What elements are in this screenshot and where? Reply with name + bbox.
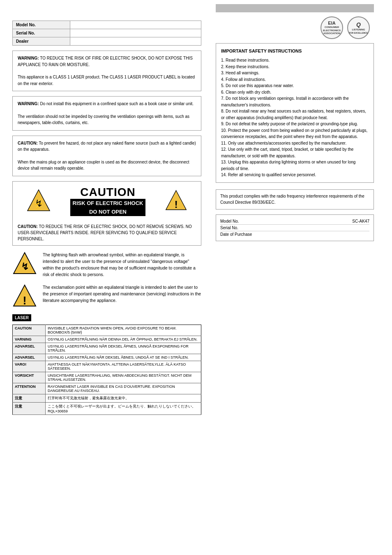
table-key: Dealer <box>13 37 70 46</box>
top-gray-bar <box>216 4 374 12</box>
svg-text:↯: ↯ <box>35 198 43 208</box>
laser-key: ATTENTION <box>13 383 46 394</box>
svg-text:!: ! <box>23 295 27 307</box>
purchase-date-line: Date of Purchase <box>220 231 369 237</box>
laser-key: ADVARSEL <box>13 343 46 354</box>
caution-inner: ⚡ ↯ CAUTION RISK OF ELECTRIC SHOCK DO NO… <box>13 182 201 220</box>
purchase-date-label: Date of Purchase <box>220 232 252 237</box>
laser-table-row: VARNING OSYNLIG LASERSTRÅLNING NÄR DENNA… <box>13 336 201 343</box>
laser-key: ADVARSEL <box>13 354 46 361</box>
table-value <box>70 21 201 29</box>
caution-body: TO REDUCE THE RISK OF ELECTRIC SHOCK, DO… <box>18 224 192 241</box>
eia-logo: EIA CONSUMER ELECTRONICS ASSOCIATION <box>321 16 343 39</box>
warning-text-2b: The ventilation should not be impeded by… <box>18 113 196 126</box>
model-serial-box: Model No. SC-AK47 Serial No. Date of Pur… <box>216 214 374 241</box>
laser-key: VARNING <box>13 336 46 343</box>
serial-value <box>368 226 369 230</box>
laser-table-row: VORSICHT UNSICHTBARE LASERSTRAHLUNG, WEN… <box>13 372 201 383</box>
svg-text:!: ! <box>174 199 178 210</box>
laser-header-label: LASER <box>12 314 31 321</box>
laser-value: INVISIBLE LASER RADIATION WHEN OPEN, AVO… <box>46 325 201 336</box>
lightning-symbol-section: ↯ The lightning flash with arrowhead sym… <box>12 251 201 278</box>
exclaim-symbol-text: The exclamation point within an equilate… <box>43 284 201 304</box>
laser-key: VARO! <box>13 361 46 372</box>
safety-instructions-text: 1. Read these instructions. 2. Keep thes… <box>221 57 369 178</box>
caution-text-area: CAUTION: TO REDUCE THE RISK OF ELECTRIC … <box>13 220 201 245</box>
risk-line-1: RISK OF ELECTRIC SHOCK <box>70 199 146 207</box>
serial-line: Serial No. <box>220 225 369 231</box>
exclaim-symbol-icon: ! <box>12 284 37 309</box>
laser-table-row: VARO! AVATTAESSA OLET NÄKYMATONTA. ALTTE… <box>13 361 201 372</box>
logos-row: EIA CONSUMER ELECTRONICS ASSOCIATION Q L… <box>216 16 374 39</box>
lightning-symbol-icon: ↯ <box>12 251 37 276</box>
table-key: Serial No. <box>13 29 70 37</box>
warning-text-1b: This appliance is a CLASS 1 LASER produc… <box>18 74 196 87</box>
lightning-symbol-text: The lightning flash with arrowhead symbo… <box>43 251 201 278</box>
risk-line-2: DO NOT OPEN <box>70 207 146 216</box>
caution-label: CAUTION: <box>18 224 38 229</box>
laser-key: CAUTION <box>13 325 46 336</box>
laser-value: USYNLIG LASERSTRÅLNING NÅR DEKSEL ÅPNES,… <box>46 343 201 354</box>
laser-table-row: CAUTION INVISIBLE LASER RADIATION WHEN O… <box>13 325 201 336</box>
purchase-date-value <box>368 232 369 237</box>
laser-value: OSYNLIG LASERSTRÅLNING NÄR DENNA DEL ÄR … <box>46 336 201 343</box>
warning-box-2: WARNING: Do not install this equipment i… <box>12 96 201 131</box>
model-line: Model No. SC-AK47 <box>220 218 369 225</box>
laser-key: 注意 <box>13 394 46 402</box>
laser-key: 注意 <box>13 402 46 415</box>
warning-box-1: WARNING: TO REDUCE THE RISK OF FIRE OR E… <box>12 51 201 91</box>
ce-compliance-box: This product complies with the radio fre… <box>216 189 374 210</box>
warning-text-3: CAUTION: To prevent fire hazard, do not … <box>18 140 196 153</box>
laser-table-row: ADVARSEL USYNLIG LASERSTRÅLNING NÅR DEKS… <box>13 343 201 354</box>
warning-text-2: WARNING: Do not install this equipment i… <box>18 101 196 107</box>
table-value <box>70 29 201 37</box>
exclaim-symbol-section: ! The exclamation point within an equila… <box>12 284 201 309</box>
left-column: Model No. Serial No. Dealer WARNING: TO … <box>0 0 210 555</box>
lightning-triangle-left-icon: ⚡ ↯ <box>26 189 51 213</box>
right-column: EIA CONSUMER ELECTRONICS ASSOCIATION Q L… <box>210 0 382 555</box>
laser-table: CAUTION INVISIBLE LASER RADIATION WHEN O… <box>12 325 201 415</box>
warning-text-3b: When the mains plug or an appliance coup… <box>18 159 196 172</box>
table-row: Dealer <box>13 37 201 46</box>
laser-value: ここを開くと不可視レーザー光が出ます。ビームを見たり、触れたりしないでください。… <box>46 402 201 415</box>
table-row: Serial No. <box>13 29 201 37</box>
caution-word: CAUTION <box>70 186 146 199</box>
laser-value: UNSICHTBARE LASERSTRAHLUNG, WENN ABDECKU… <box>46 372 201 383</box>
laser-table-row: 注意 打开时有不可见激光辐射，避免暴露在激光束中。 <box>13 394 201 402</box>
table-value <box>70 37 201 46</box>
model-label: Model No. <box>220 219 239 223</box>
safety-instructions-title: IMPORTANT SAFETY INSTRUCTIONS <box>221 48 369 55</box>
laser-key: VORSICHT <box>13 372 46 383</box>
exclaim-triangle-right-icon: ! <box>165 189 187 212</box>
laser-table-row: ADVARSEL USYNLIG LASERSTRÅLING NÅR DEKSE… <box>13 354 201 361</box>
warning-text-1: WARNING: TO REDUCE THE RISK OF FIRE OR E… <box>18 55 196 68</box>
caution-title-block: CAUTION RISK OF ELECTRIC SHOCK DO NOT OP… <box>70 186 146 216</box>
serial-label: Serial No. <box>220 226 238 230</box>
laser-table-row: 注意 ここを開くと不可視レーザー光が出ます。ビームを見たり、触れたりしないでくだ… <box>13 402 201 415</box>
svg-text:↯: ↯ <box>21 262 29 272</box>
laser-table-row: ATTENTION RAYONNEMENT LASER INVISIBLE EN… <box>13 383 201 394</box>
caution-electric-shock-box: ⚡ ↯ CAUTION RISK OF ELECTRIC SHOCK DO NO… <box>12 181 201 246</box>
ql-logo: Q LISTENING FOR EXCELLENCE <box>347 16 370 39</box>
safety-instructions-box: IMPORTANT SAFETY INSTRUCTIONS 1. Read th… <box>216 43 374 183</box>
model-value: SC-AK47 <box>352 219 369 223</box>
laser-value: USYNLIG LASERSTRÅLING NÅR DEKSEL ÅBNES, … <box>46 354 201 361</box>
laser-value: 打开时有不可见激光辐射，避免暴露在激光束中。 <box>46 394 201 402</box>
warning-box-3: CAUTION: To prevent fire hazard, do not … <box>12 136 201 176</box>
info-table: Model No. Serial No. Dealer <box>12 21 201 46</box>
ce-compliance-text: This product complies with the radio fre… <box>220 193 369 206</box>
laser-warning-section: LASER CAUTION INVISIBLE LASER RADIATION … <box>12 314 201 415</box>
table-row: Model No. <box>13 21 201 29</box>
laser-value: RAYONNEMENT LASER INVISIBLE EN CAS D'OUV… <box>46 383 201 394</box>
table-key: Model No. <box>13 21 70 29</box>
laser-value: AVATTAESSA OLET NÄKYMATONTA. ALTTEINA LA… <box>46 361 201 372</box>
